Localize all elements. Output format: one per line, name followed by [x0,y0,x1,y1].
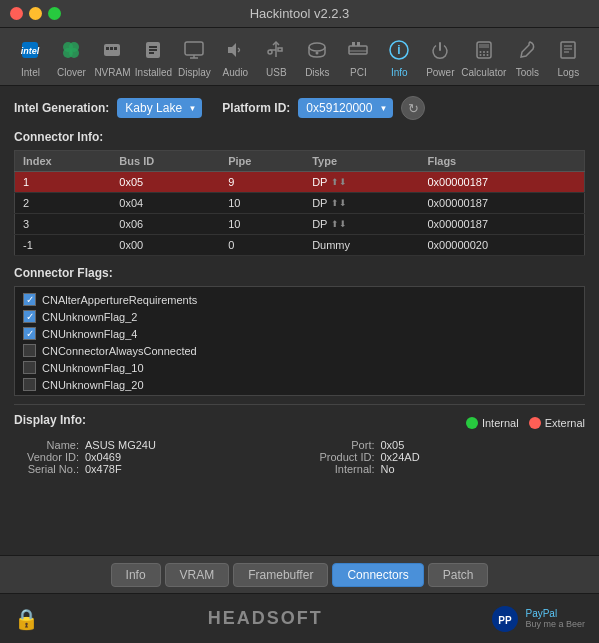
toolbar-item-info[interactable]: i Info [379,36,419,78]
connector-table: Index Bus ID Pipe Type Flags 1 0x05 9 DP… [14,150,585,256]
flag-label: CNUnknownFlag_20 [42,379,144,391]
toolbar-item-audio[interactable]: Audio [215,36,255,78]
tab-framebuffer[interactable]: Framebuffer [233,563,328,587]
svg-rect-15 [185,42,203,55]
toolbar-item-usb[interactable]: USB [256,36,296,78]
cell-index: 3 [15,214,112,235]
toolbar-item-pci[interactable]: PCI [338,36,378,78]
col-flags: Flags [420,151,585,172]
flag-item[interactable]: CNAlterAppertureRequirements [19,291,580,308]
cell-bus-id: 0x06 [111,214,220,235]
toolbar-item-nvram[interactable]: NVRAM [92,36,132,78]
toolbar-item-clover[interactable]: Clover [51,36,91,78]
intel-gen-select[interactable]: Kaby Lake [117,98,202,118]
paypal-area[interactable]: PP PayPal Buy me a Beer [491,605,585,633]
flag-checkbox[interactable] [23,293,36,306]
toolbar-item-power[interactable]: Power [420,36,460,78]
col-type: Type [304,151,419,172]
disks-icon [303,36,331,64]
platform-id-select-wrapper[interactable]: 0x59120000 [298,98,393,118]
type-spinner[interactable]: ⬆⬇ [331,178,347,187]
flag-label: CNAlterAppertureRequirements [42,294,197,306]
cell-type[interactable]: DP ⬆⬇ [304,172,419,193]
cell-type[interactable]: DP ⬆⬇ [304,193,419,214]
info-icon: i [385,36,413,64]
type-value: Dummy [312,239,350,251]
flag-item[interactable]: CNUnknownFlag_2 [19,308,580,325]
cell-index: -1 [15,235,112,256]
toolbar-item-calculator[interactable]: Calculator [461,36,506,78]
cell-type[interactable]: DP ⬆⬇ [304,214,419,235]
table-row[interactable]: -1 0x00 0 Dummy 0x00000020 [15,235,585,256]
intel-label: Intel [21,67,40,78]
tab-info[interactable]: Info [111,563,161,587]
flag-item[interactable]: CNConnectorAlwaysConnected [19,342,580,359]
type-value: DP [312,176,327,188]
toolbar-item-logs[interactable]: Logs [548,36,588,78]
logs-label: Logs [557,67,579,78]
flag-label: CNDisableBlitTranslationTable [42,396,190,397]
tab-connectors[interactable]: Connectors [332,563,423,587]
calculator-label: Calculator [461,67,506,78]
svg-rect-32 [479,44,489,48]
toolbar-item-tools[interactable]: Tools [507,36,547,78]
table-row[interactable]: 3 0x06 10 DP ⬆⬇ 0x00000187 [15,214,585,235]
intel-gen-select-wrapper[interactable]: Kaby Lake [117,98,202,118]
platform-id-select[interactable]: 0x59120000 [298,98,393,118]
info-val: 0x0469 [85,451,121,463]
toolbar-item-disks[interactable]: Disks [297,36,337,78]
display-info-section: Display Info: Internal External Name:ASU… [14,404,585,475]
flag-item[interactable]: CNUnknownFlag_10 [19,359,580,376]
info-val: 0x05 [381,439,405,451]
platform-id-label: Platform ID: [222,101,290,115]
tab-patch[interactable]: Patch [428,563,489,587]
cell-index: 1 [15,172,112,193]
close-button[interactable] [10,7,23,20]
refresh-button[interactable]: ↻ [401,96,425,120]
tab-vram[interactable]: VRAM [165,563,230,587]
external-label: External [545,417,585,429]
table-header-row: Index Bus ID Pipe Type Flags [15,151,585,172]
pci-icon [344,36,372,64]
maximize-button[interactable] [48,7,61,20]
installed-label: Installed [135,67,172,78]
cell-type[interactable]: Dummy [304,235,419,256]
info-key: Port: [310,439,375,451]
info-key: Serial No.: [14,463,79,475]
type-spinner[interactable]: ⬆⬇ [331,199,347,208]
col-bus-id: Bus ID [111,151,220,172]
table-row[interactable]: 1 0x05 9 DP ⬆⬇ 0x00000187 [15,172,585,193]
window-controls[interactable] [10,7,61,20]
logs-icon [554,36,582,64]
flag-item[interactable]: CNUnknownFlag_20 [19,376,580,393]
tools-icon [513,36,541,64]
svg-rect-8 [106,47,109,50]
flag-checkbox[interactable] [23,310,36,323]
cell-pipe: 10 [220,193,304,214]
table-row[interactable]: 2 0x04 10 DP ⬆⬇ 0x00000187 [15,193,585,214]
toolbar-item-display[interactable]: Display [174,36,214,78]
audio-icon [221,36,249,64]
paypal-icon: PP [491,605,519,633]
flag-checkbox[interactable] [23,378,36,391]
flag-item[interactable]: CNDisableBlitTranslationTable [19,393,580,396]
flags-list[interactable]: CNAlterAppertureRequirements CNUnknownFl… [14,286,585,396]
type-spinner[interactable]: ⬆⬇ [331,220,347,229]
flag-checkbox[interactable] [23,344,36,357]
toolbar-item-intel[interactable]: intel Intel [10,36,50,78]
display-info-right: Port:0x05Product ID:0x24ADInternal:No [310,439,586,475]
flag-checkbox[interactable] [23,327,36,340]
svg-rect-6 [70,49,72,55]
calculator-icon [470,36,498,64]
svg-point-33 [479,51,481,53]
minimize-button[interactable] [29,7,42,20]
tools-label: Tools [516,67,539,78]
flag-checkbox[interactable] [23,361,36,374]
info-key: Vendor ID: [14,451,79,463]
flag-checkbox[interactable] [23,395,36,396]
flag-item[interactable]: CNUnknownFlag_4 [19,325,580,342]
toolbar-item-installed[interactable]: Installed [133,36,173,78]
toolbar: intel Intel Clover NVRAM Installed Displ… [0,28,599,86]
connector-flags-section: Connector Flags: CNAlterAppertureRequire… [14,266,585,396]
info-val: No [381,463,395,475]
